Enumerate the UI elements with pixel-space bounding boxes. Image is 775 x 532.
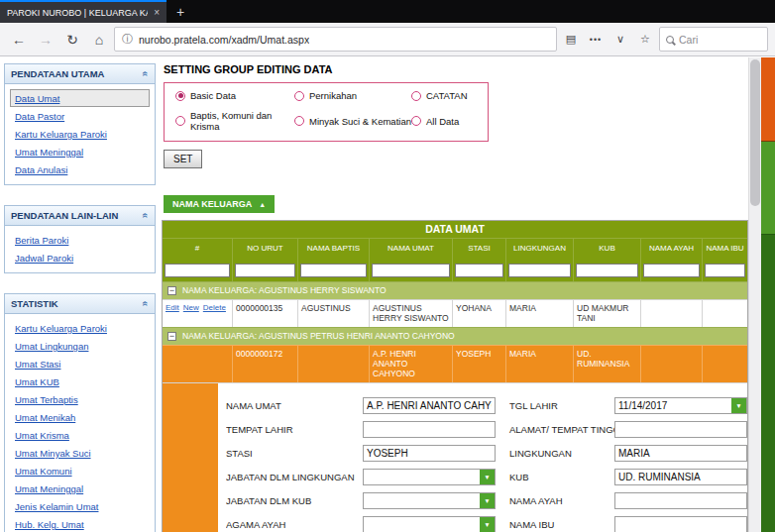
data-row-2-selected[interactable]: 0000000172 A.P. HENRI ANANTO CAHYONO YOS… [163, 345, 747, 382]
sidebar-item-jenis-kelamin-umat[interactable]: Jenis Kelamin Umat [10, 497, 150, 515]
sidebar-item-umat-kub[interactable]: Umat KUB [10, 372, 150, 390]
radio-icon[interactable] [411, 116, 421, 126]
sidebar-item-kartu-keluarga-paroki[interactable]: Kartu Keluarga Paroki [10, 125, 150, 143]
group-by-nama-keluarga-button[interactable]: NAMA KELUARGA ▲ [164, 195, 275, 213]
field-nama-ayah[interactable] [614, 492, 747, 509]
bookmark-star-icon[interactable]: ☆ [634, 28, 656, 52]
column-header-kub[interactable]: KUB [573, 238, 640, 257]
vertical-scrollbar[interactable] [748, 57, 761, 532]
filter-input-lingkungan[interactable] [508, 264, 571, 277]
column-header-no-urut[interactable]: NO URUT [232, 238, 297, 257]
filter-input-nama-ayah[interactable] [643, 264, 700, 277]
dropdown-arrow-icon[interactable]: ▼ [480, 493, 495, 508]
sidebar-item-umat-terbaptis[interactable]: Umat Terbaptis [10, 390, 150, 408]
browser-tab[interactable]: PAROKI NUROBO | KELUARGA KATO × [0, 0, 166, 23]
sidebar-item-data-pastor[interactable]: Data Pastor [10, 107, 150, 125]
sidebar-item-stat-umat-meninggal[interactable]: Umat Meninggal [10, 479, 150, 497]
sidebar-item-jadwal-paroki[interactable]: Jadwal Paroki [10, 249, 150, 266]
jabatan-lingkungan-input[interactable] [364, 470, 480, 484]
scrollbar-thumb[interactable] [750, 59, 760, 206]
url-bar[interactable]: ⓘ nurobo.pratela.com/xadm/Umat.aspx [114, 27, 557, 52]
radio-minyak-suci-kematian[interactable]: Minyak Suci & Kematian [294, 110, 411, 132]
sidebar-item-stat-kartu-keluarga[interactable]: Kartu Keluarga Paroki [10, 319, 150, 337]
column-header-nama-ayah[interactable]: NAMA AYAH [640, 238, 702, 257]
filter-input-commands[interactable] [165, 264, 230, 277]
radio-pernikahan[interactable]: Pernikahan [294, 90, 411, 101]
column-header-nama-baptis[interactable]: NAMA BAPTIS [297, 238, 369, 257]
field-lingkungan[interactable] [614, 445, 747, 462]
jabatan-kub-input[interactable] [364, 493, 480, 508]
section-header[interactable]: PENDATAAN LAIN-LAIN « [5, 206, 155, 226]
filter-input-nama-baptis[interactable] [300, 264, 367, 277]
delete-link[interactable]: Delete [203, 303, 226, 312]
pocket-icon[interactable]: ∨ [609, 28, 631, 52]
field-tgl-lahir[interactable]: ▼ [614, 397, 747, 414]
column-header-nama-umat[interactable]: NAMA UMAT [369, 238, 452, 257]
page-actions-icon[interactable]: ••• [585, 28, 607, 52]
column-header-nama-ibu[interactable]: NAMA IBU [702, 238, 747, 257]
new-link[interactable]: New [183, 303, 199, 312]
collapse-group-icon[interactable]: − [167, 332, 176, 341]
sidebar-item-umat-krisma[interactable]: Umat Krisma [10, 426, 150, 444]
sidebar-item-umat-komuni[interactable]: Umat Komuni [10, 462, 150, 479]
home-button[interactable]: ⌂ [87, 28, 111, 52]
radio-icon[interactable] [294, 116, 304, 126]
dropdown-arrow-icon[interactable]: ▼ [480, 517, 495, 532]
radio-catatan[interactable]: CATATAN [411, 90, 484, 101]
collapse-icon[interactable]: « [141, 71, 152, 77]
tab-close-icon[interactable]: × [154, 7, 160, 18]
filter-input-stasi[interactable] [455, 264, 503, 277]
field-jabatan-dlm-kub[interactable]: ▼ [363, 492, 496, 509]
edit-link[interactable]: Edit [166, 303, 179, 312]
field-jabatan-dlm-lingkungan[interactable]: ▼ [363, 469, 496, 485]
sidebar-item-umat-menikah[interactable]: Umat Menikah [10, 408, 150, 426]
section-header[interactable]: PENDATAAN UTAMA « [5, 64, 155, 84]
radio-all-data[interactable]: All Data [411, 110, 484, 132]
sidebar-item-umat-minyak-suci[interactable]: Umat Minyak Suci [10, 444, 150, 462]
section-header[interactable]: STATISTIK « [5, 294, 155, 314]
sidebar-item-umat-meninggal[interactable]: Umat Meninggal [10, 143, 150, 160]
site-info-icon[interactable]: ⓘ [122, 32, 133, 47]
radio-icon[interactable] [411, 91, 421, 101]
sidebar-item-hub-kelg-umat[interactable]: Hub. Kelg. Umat [10, 515, 150, 532]
field-kub[interactable] [614, 469, 747, 485]
dropdown-arrow-icon[interactable]: ▼ [731, 398, 746, 413]
filter-input-nama-umat[interactable] [372, 264, 450, 277]
radio-basic-data[interactable]: Basic Data [175, 90, 294, 101]
filter-input-no-urut[interactable] [235, 264, 295, 277]
reader-mode-icon[interactable]: ▤ [560, 28, 582, 52]
reload-button[interactable]: ↻ [60, 28, 84, 52]
forward-button[interactable]: → [34, 28, 57, 52]
column-header-lingkungan[interactable]: LINGKUNGAN [505, 238, 573, 257]
collapse-group-icon[interactable]: − [167, 286, 176, 295]
sidebar-item-data-anulasi[interactable]: Data Anulasi [10, 160, 150, 178]
collapse-icon[interactable]: « [141, 213, 152, 219]
filter-input-kub[interactable] [576, 264, 638, 277]
search-input[interactable] [679, 34, 761, 46]
field-nama-umat[interactable] [363, 397, 496, 414]
sidebar-item-data-umat[interactable]: Data Umat [10, 89, 150, 107]
radio-icon[interactable] [175, 91, 185, 101]
radio-icon[interactable] [175, 116, 185, 126]
field-tempat-lahir[interactable] [363, 421, 496, 438]
column-header-commands[interactable]: # [163, 238, 232, 257]
field-agama-ayah[interactable]: ▼ [363, 516, 496, 532]
sidebar-item-umat-stasi[interactable]: Umat Stasi [10, 355, 150, 372]
back-button[interactable]: ← [7, 28, 31, 52]
filter-input-nama-ibu[interactable] [705, 264, 745, 277]
field-alamat[interactable] [614, 421, 747, 438]
column-header-stasi[interactable]: STASI [452, 238, 505, 257]
tgl-lahir-input[interactable] [615, 398, 731, 413]
search-bar[interactable] [659, 27, 768, 52]
data-row-1[interactable]: EditNewDelete 0000000135 AGUSTINUS AGUST… [163, 299, 747, 327]
sidebar-item-berita-paroki[interactable]: Berita Paroki [10, 231, 150, 249]
field-stasi[interactable] [363, 445, 496, 462]
collapse-icon[interactable]: « [141, 301, 152, 307]
set-button[interactable]: SET [164, 150, 202, 168]
radio-icon[interactable] [294, 91, 304, 101]
dropdown-arrow-icon[interactable]: ▼ [480, 470, 495, 484]
agama-ayah-input[interactable] [364, 517, 480, 532]
field-nama-ibu[interactable] [614, 516, 747, 532]
sidebar-item-umat-lingkungan[interactable]: Umat Lingkungan [10, 337, 150, 355]
new-tab-button[interactable]: + [166, 0, 194, 23]
